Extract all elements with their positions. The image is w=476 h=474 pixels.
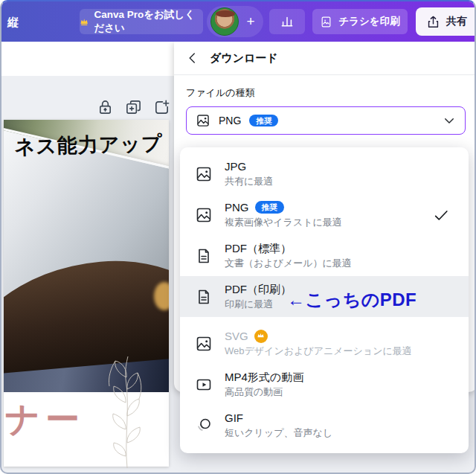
option-jpg[interactable]: JPG 共有に最適 [180, 153, 469, 194]
document-icon [195, 247, 213, 265]
screenshot-frame: ネス能力アップ ナー ダウンロード ファイルの種類 [0, 0, 476, 474]
design-footer: ナー [4, 392, 169, 467]
option-label: GIF [225, 411, 243, 425]
option-svg[interactable]: SVG Webデザインおよびアニメーションに最適 [180, 323, 469, 364]
image-icon [195, 206, 213, 224]
recommended-badge: 推奨 [249, 115, 278, 127]
design-canvas[interactable]: ネス能力アップ ナー [4, 120, 169, 467]
option-desc: 印刷に最適 [225, 298, 292, 311]
share-label: 共有 [446, 15, 467, 28]
pro-crown-icon [254, 330, 268, 343]
option-desc: Webデザインおよびアニメーションに最適 [225, 345, 412, 358]
option-mp4[interactable]: MP4形式の動画 高品質の動画 [180, 364, 469, 405]
crown-icon [80, 16, 89, 28]
top-bar: 縦 Canva Proをお試しください + チラシを印刷 共有 [1, 1, 475, 42]
photo-highlight [154, 282, 169, 310]
insights-button[interactable] [269, 9, 305, 34]
option-label: PDF（標準） [225, 241, 292, 255]
file-type-label: ファイルの種類 [186, 86, 466, 100]
option-label: PNG [225, 200, 249, 214]
design-footer-text: ナー [5, 397, 85, 443]
option-png[interactable]: PNG 推奨 複素画像やイラストに最適 [180, 194, 469, 235]
chevron-down-icon [443, 114, 456, 127]
option-desc: 共有に最適 [225, 175, 273, 188]
option-desc: 高品質の動画 [225, 385, 303, 399]
laptop-photo: ネス能力アップ [4, 120, 169, 392]
check-icon [433, 207, 449, 223]
plus-icon: + [246, 13, 254, 30]
panel-header: ダウンロード [174, 42, 476, 74]
option-pdf-standard[interactable]: PDF（標準） 文書（およびメール）に最適 [180, 235, 469, 276]
video-icon [195, 376, 213, 394]
orientation-label: 縦 [7, 16, 19, 30]
toolbar-strip [1, 42, 174, 76]
canvas-toolbar [97, 99, 170, 116]
image-icon [196, 113, 210, 128]
share-icon [426, 15, 440, 29]
design-headline: ネス能力アップ [4, 129, 169, 161]
option-gif[interactable]: GIF 短いクリップ、音声なし [180, 405, 469, 446]
flyer-icon [320, 16, 332, 28]
selected-file-type: PNG [219, 115, 241, 126]
image-icon [195, 165, 213, 183]
option-label: PDF（印刷） [225, 282, 292, 296]
print-flyer-label: チラシを印刷 [338, 15, 399, 28]
share-button[interactable]: 共有 [416, 7, 476, 36]
file-type-select[interactable]: PNG 推奨 [186, 106, 466, 135]
recommended-badge: 推奨 [255, 201, 284, 214]
avatar[interactable] [210, 7, 239, 36]
image-icon [195, 335, 213, 353]
print-flyer-button[interactable]: チラシを印刷 [312, 9, 408, 34]
canva-pro-button[interactable]: Canva Proをお試しください [80, 9, 203, 34]
add-page-icon[interactable] [153, 99, 170, 116]
add-member-button[interactable]: + [240, 11, 261, 32]
back-button[interactable] [186, 51, 199, 65]
duplicate-icon[interactable] [125, 99, 142, 116]
bar-chart-icon [280, 14, 295, 29]
option-desc: 複素画像やイラストに最適 [225, 216, 342, 229]
option-label: SVG [225, 329, 248, 343]
panel-title: ダウンロード [210, 51, 278, 65]
option-desc: 文書（およびメール）に最適 [225, 257, 352, 270]
leaf-illustration [93, 356, 161, 468]
option-label: JPG [225, 159, 246, 173]
canva-pro-label: Canva Proをお試しください [94, 8, 203, 35]
document-icon [195, 288, 213, 306]
annotation-text: ←こっちのPDF [287, 288, 416, 312]
divider [174, 74, 476, 75]
gif-icon [195, 417, 213, 435]
lock-icon[interactable] [97, 99, 114, 116]
option-label: MP4形式の動画 [225, 370, 303, 384]
option-desc: 短いクリップ、音声なし [225, 426, 332, 440]
